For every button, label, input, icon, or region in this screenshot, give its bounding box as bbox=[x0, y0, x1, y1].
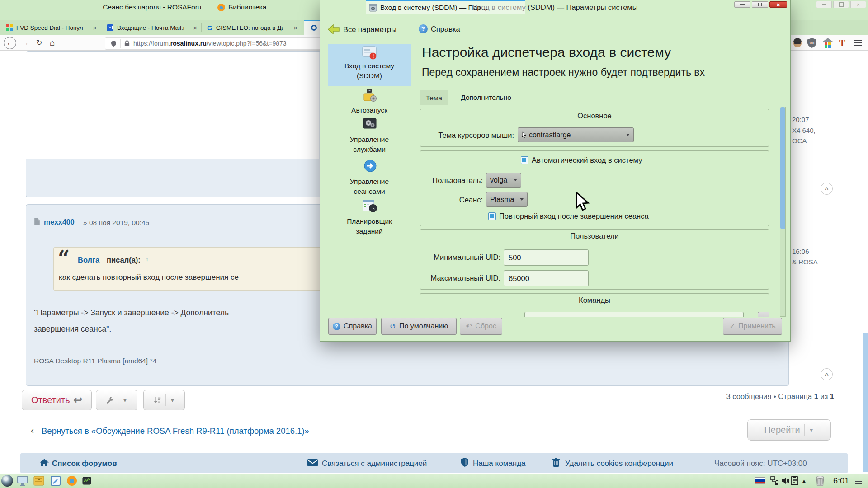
sidebar-item-sddm-selected[interactable]: Вход в систему (SDDM) bbox=[328, 44, 411, 86]
taskbar-task-forum[interactable]: Сеанс без пароля - ROSAForu… bbox=[96, 0, 211, 14]
all-settings-button[interactable]: Все параметры bbox=[328, 24, 396, 34]
command-browse-button[interactable] bbox=[758, 312, 769, 317]
tab-fvd-speed-dial[interactable]: FVD Speed Dial - Популярн × bbox=[2, 20, 100, 35]
footer-team-link[interactable]: Наша команда bbox=[473, 459, 526, 468]
keyboard-layout-flag-icon[interactable] bbox=[755, 477, 765, 484]
reset-button-label: Сброс bbox=[475, 322, 496, 330]
browser-close-button[interactable]: × bbox=[850, 1, 866, 8]
sidebar-item-scheduler[interactable]: Планировщик заданий bbox=[328, 198, 411, 238]
tab-gismeteo[interactable]: G GISMETEO: погода в Дими × bbox=[203, 20, 301, 35]
relogin-checkbox[interactable] bbox=[488, 212, 496, 220]
help-toolbar-button[interactable]: ? Справка bbox=[419, 24, 460, 33]
system-monitor-button[interactable] bbox=[82, 477, 91, 487]
fvd-favicon bbox=[6, 24, 13, 31]
defaults-button[interactable]: ↺ По умолчанию bbox=[381, 318, 457, 335]
firefox-launcher-icon[interactable] bbox=[67, 476, 77, 486]
user-combobox[interactable]: volga bbox=[486, 173, 521, 188]
lock-icon[interactable] bbox=[124, 40, 130, 47]
tab-title: GISMETEO: погода в Дими bbox=[216, 24, 283, 31]
sidebar-item-autostart[interactable]: Автозапуск bbox=[328, 87, 411, 116]
session-combobox[interactable]: Plasma bbox=[486, 192, 528, 207]
clock[interactable]: 6:01 bbox=[833, 476, 849, 486]
min-uid-value: 500 bbox=[509, 253, 521, 262]
maximize-icon bbox=[839, 2, 844, 7]
footer-cookies-link[interactable]: Удалить cookies конференции bbox=[565, 459, 673, 468]
scroll-to-top-button[interactable]: ^ bbox=[821, 183, 833, 195]
browser-maximize-button[interactable] bbox=[833, 1, 849, 8]
system-settings-icon bbox=[369, 4, 377, 12]
min-uid-input[interactable]: 500 bbox=[504, 249, 589, 266]
help-button[interactable]: ? Справка bbox=[328, 318, 377, 335]
network-tray-icon[interactable] bbox=[770, 476, 780, 488]
footer-forum-list-link[interactable]: Список форумов bbox=[52, 459, 117, 468]
apply-button[interactable]: ✓ Применить bbox=[723, 318, 782, 335]
topic-tools-button[interactable]: ▼ bbox=[96, 390, 137, 410]
volume-tray-icon[interactable] bbox=[781, 476, 790, 487]
file-manager-button[interactable] bbox=[33, 476, 44, 488]
post-time-fragment: 20:07 bbox=[792, 116, 809, 123]
tab-close-icon[interactable]: × bbox=[190, 24, 197, 31]
dialog-maximize-button[interactable] bbox=[752, 1, 768, 8]
trash-tray-icon[interactable] bbox=[815, 474, 825, 488]
ublock-extension-icon[interactable]: UO bbox=[807, 38, 816, 50]
useragent-extension-icon[interactable] bbox=[793, 38, 802, 48]
autologin-checkbox[interactable] bbox=[521, 156, 528, 164]
return-to-forum-link[interactable]: Вернуться в «Обсуждение ROSA Fresh R9-R1… bbox=[42, 426, 309, 436]
tab-mailru[interactable]: Входящие - Почта Mail.ru × bbox=[102, 20, 201, 35]
signature-fragment: OCA bbox=[792, 137, 807, 145]
tracking-shield-icon[interactable] bbox=[111, 40, 117, 47]
pagination-of: из bbox=[818, 392, 830, 400]
footer-contact-link[interactable]: Связаться с администрацией bbox=[322, 459, 427, 468]
tab-theme[interactable]: Тема bbox=[420, 90, 448, 105]
tab-close-icon[interactable]: × bbox=[90, 24, 97, 31]
home-icon: ⌂ bbox=[50, 38, 55, 47]
scroll-to-top-button[interactable]: ^ bbox=[821, 368, 833, 380]
dialog-minimize-button[interactable] bbox=[734, 1, 750, 8]
show-desktop-button[interactable] bbox=[17, 476, 28, 488]
cursor-theme-combobox[interactable]: contrastlarge bbox=[518, 127, 634, 142]
forward-button[interactable]: → bbox=[22, 39, 29, 47]
fvd-extension-icon[interactable] bbox=[823, 38, 833, 48]
reply-button[interactable]: Ответить ↩ bbox=[22, 390, 92, 410]
sidebar-item-services[interactable]: Управление службами bbox=[328, 117, 411, 156]
notes-app-button[interactable] bbox=[51, 476, 61, 488]
return-link-label: Вернуться в «Обсуждение ROSA Fresh R9-R1… bbox=[42, 426, 309, 436]
taskbar-task-settings-active[interactable]: Вход в систему (SDDM) — Пар… bbox=[366, 0, 525, 14]
page-scrollbar-thumb[interactable] bbox=[863, 333, 868, 472]
group-autologin: Автоматический вход в систему Пользовате… bbox=[420, 150, 769, 226]
tab-close-icon[interactable]: × bbox=[291, 24, 297, 31]
panel-menu-button[interactable] bbox=[855, 477, 862, 485]
tray-expander-arrow[interactable]: ▲ bbox=[801, 478, 807, 484]
reload-icon: ↻ bbox=[36, 39, 42, 47]
help-button-label: Справка bbox=[344, 322, 372, 330]
tab-rosalinux-forum-active[interactable] bbox=[304, 20, 320, 35]
taskbar-task-library[interactable]: Библиотека bbox=[215, 0, 312, 14]
firefox-icon bbox=[99, 4, 99, 11]
max-uid-input[interactable]: 65000 bbox=[504, 270, 589, 286]
browser-minimize-button[interactable] bbox=[816, 1, 832, 8]
back-button[interactable]: ← bbox=[4, 37, 16, 49]
menu-button[interactable] bbox=[854, 39, 862, 47]
help-icon: ? bbox=[333, 323, 340, 330]
quote-author-link[interactable]: Волга bbox=[78, 256, 99, 264]
dialog-scrollbar-thumb[interactable] bbox=[780, 107, 785, 229]
dialog-close-button[interactable]: × bbox=[769, 1, 787, 8]
quote-text: как сделать повторный вход после заверше… bbox=[59, 273, 239, 282]
cursor-theme-value: contrastlarge bbox=[529, 131, 571, 139]
reset-button[interactable]: ↶ Сброс bbox=[460, 318, 502, 335]
button-divider bbox=[804, 424, 805, 436]
sort-button[interactable]: ▼ bbox=[143, 390, 185, 410]
tab-advanced[interactable]: Дополнительно bbox=[448, 89, 524, 105]
reload-button[interactable]: ↻ bbox=[36, 39, 42, 47]
t-extension-icon[interactable]: T bbox=[839, 38, 845, 49]
autologin-checkbox-label: Автоматический вход в систему bbox=[532, 156, 642, 164]
wrench-icon bbox=[106, 396, 114, 404]
rosa-menu-button[interactable] bbox=[1, 475, 13, 487]
post-author-link[interactable]: mexx400 bbox=[44, 218, 75, 226]
jump-to-button[interactable]: Перейти ▼ bbox=[747, 419, 831, 441]
home-button[interactable]: ⌂ bbox=[50, 38, 55, 48]
command-input[interactable] bbox=[524, 312, 744, 317]
clipboard-tray-icon[interactable] bbox=[791, 476, 798, 487]
sidebar-item-sessions[interactable]: Управление сеансами bbox=[328, 159, 411, 197]
quote-up-arrow-link[interactable]: ↑ bbox=[146, 255, 149, 263]
